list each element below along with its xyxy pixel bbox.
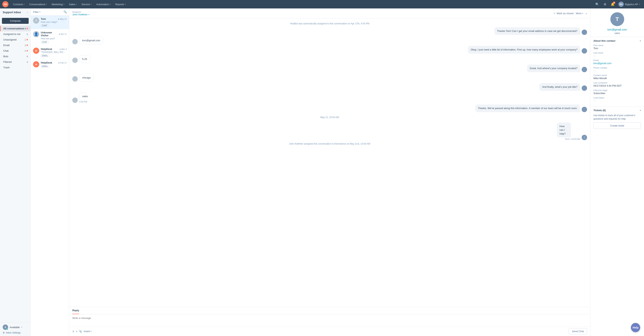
tickets-title: Tickets (0) xyxy=(594,109,606,112)
more-button[interactable]: More ▾ xyxy=(576,12,584,15)
user-status-row[interactable]: A Available ▾ xyxy=(3,325,28,330)
chevron-down-icon: ▾ xyxy=(110,3,110,5)
nav-contacts[interactable]: Contacts ▾ xyxy=(11,0,27,8)
nav-service[interactable]: Service ▾ xyxy=(79,0,94,8)
message-row: How can I help? Sent • 10:04 AM J xyxy=(72,123,587,140)
chevron-down-icon: ▾ xyxy=(46,3,47,5)
nav-sales[interactable]: Sales ▾ xyxy=(67,0,80,8)
field-lead-status: Lead status — xyxy=(594,97,641,102)
conv-item[interactable]: H HelpDesk ● Mar 3 **DANGER, WILL ROBINS… xyxy=(31,46,69,59)
conv-item[interactable]: H HelpDesk ● Feb 17 EMAIL xyxy=(31,59,69,70)
compose-button[interactable]: Compose xyxy=(2,18,29,24)
unread-dot xyxy=(26,39,28,40)
sidebar-item-trash[interactable]: Trash xyxy=(0,65,30,70)
conv-item[interactable]: 👤 Unknown Visitor ● Apr 11 How are you? … xyxy=(31,29,69,46)
insert-button[interactable]: Insert ▾ xyxy=(84,330,92,333)
message-bubble: chicago xyxy=(79,74,94,82)
create-ticket-button[interactable]: Create ticket xyxy=(594,123,641,129)
list-button[interactable]: ≡ xyxy=(76,330,77,333)
gear-icon: ⚙ xyxy=(3,332,5,334)
sidebar-item-email[interactable]: Email 2 xyxy=(0,42,30,48)
user-menu[interactable]: BA Biglytics AP ▾ xyxy=(617,0,642,8)
collapse-section-icon[interactable]: ▾ xyxy=(640,39,641,42)
filter-button[interactable]: Filter ▾ xyxy=(33,10,40,13)
field-phone: Phone number — xyxy=(594,67,641,72)
help-button[interactable]: Help xyxy=(631,323,640,332)
notifications-button[interactable]: 🔔 3 xyxy=(609,1,616,8)
chevron-down-icon: ▾ xyxy=(90,3,92,5)
chevron-down-icon: ▾ xyxy=(76,3,77,5)
chevron-down-icon: ▾ xyxy=(90,331,92,332)
field-lifecycle-stage: Lifecycle stage Subscriber xyxy=(594,89,641,95)
sidebar-item-filtered[interactable]: Filtered 0 xyxy=(0,59,30,65)
topnav-right: 🔍 ⚙ 🔔 3 BA Biglytics AP ▾ xyxy=(594,0,642,8)
mark-closed-button[interactable]: ✓ Mark as closed xyxy=(554,12,574,15)
bold-button[interactable]: 𝐀 xyxy=(72,330,74,333)
all-conversations-badge: 4 xyxy=(24,27,28,30)
sidebar-item-assigned-to-me[interactable]: Assigned to me 0 xyxy=(0,31,30,37)
contact-email[interactable]: tom@gmail.com xyxy=(608,28,627,31)
message-row: sales 4:44 PM xyxy=(72,92,587,103)
sidebar-item-all-conversations[interactable]: All conversations 4 xyxy=(0,26,30,31)
hubspot-logo[interactable]: HS xyxy=(2,1,8,7)
settings-button[interactable]: ⚙ xyxy=(602,1,608,8)
field-last-name: Last name — xyxy=(594,52,641,57)
inbox-settings-link[interactable]: ⚙ Inbox Settings xyxy=(3,332,28,334)
conv-list-header: Filter ▾ 🔍 xyxy=(31,8,69,15)
online-indicator xyxy=(6,328,8,330)
chat-main: Assignee John Kelleher ▾ ✓ Mark as close… xyxy=(69,8,590,336)
message-bubble: Thanks Tom! Can I get your email address… xyxy=(494,27,580,35)
sidebar-bottom: A Available ▾ ⚙ Inbox Settings xyxy=(0,322,30,336)
message-row: chicago xyxy=(72,74,587,82)
conv-search-button[interactable]: 🔍 xyxy=(64,10,67,13)
search-button[interactable]: 🔍 xyxy=(594,1,601,8)
contact-avatar: H xyxy=(33,61,39,67)
collapse-tickets-icon[interactable]: ▾ xyxy=(640,109,641,112)
nav-marketing[interactable]: Marketing ▾ xyxy=(49,0,66,8)
contact-avatar: H xyxy=(33,48,39,54)
tickets-description: Use tickets to track all of your custome… xyxy=(594,114,641,121)
message-row: Great. And where's your company located? xyxy=(72,64,587,72)
chevron-down-icon: ▾ xyxy=(125,3,126,5)
sidebar-item-bots[interactable]: Bots 6 xyxy=(0,54,30,59)
chevron-down-icon: ▾ xyxy=(24,3,24,5)
chat-toolbar: Assignee John Kelleher ▾ ✓ Mark as close… xyxy=(69,8,590,18)
tickets-section: Tickets (0) ▾ Use tickets to track all o… xyxy=(590,107,644,131)
message-bubble: And finally, what's your job title? xyxy=(539,83,580,91)
user-avatar xyxy=(72,98,78,103)
attach-button[interactable]: 📎 xyxy=(79,330,82,333)
assignee-dropdown[interactable]: John Kelleher ▾ xyxy=(72,13,90,16)
collapse-sidebar-icon[interactable]: « xyxy=(27,11,28,13)
nav-reports[interactable]: Reports ▾ xyxy=(113,0,128,8)
message-row: Thanks Tom! Can I get your email address… xyxy=(72,27,587,35)
field-contact-owner: Contact owner Mike Morelli xyxy=(594,74,641,80)
conv-items-list: T Tom ● May 21 How can I help? CHAT 👤 Un… xyxy=(31,15,69,336)
system-message: John Kelleher assigned this conversation… xyxy=(72,143,587,145)
expand-panel-button[interactable]: » xyxy=(586,12,587,15)
bot-avatar xyxy=(582,29,587,35)
bot-avatar xyxy=(582,85,587,91)
system-message: HubBot was automatically assigned to thi… xyxy=(72,22,587,25)
sidebar-item-chat[interactable]: Chat 2 xyxy=(0,48,30,54)
svg-text:HS: HS xyxy=(4,3,7,6)
user-avatar: A xyxy=(3,325,8,330)
sidebar-title: Support Inbox xyxy=(3,11,21,14)
user-avatar xyxy=(72,58,78,63)
send-chat-button[interactable]: Send Chat xyxy=(569,328,587,335)
chevron-down-icon: ▾ xyxy=(88,14,90,15)
left-sidebar: Support Inbox « Compose All conversation… xyxy=(0,8,31,336)
user-avatar xyxy=(72,76,78,82)
reply-tab[interactable]: Reply xyxy=(72,307,79,314)
bot-avatar xyxy=(582,67,587,72)
bot-avatar xyxy=(582,107,587,112)
app-layout: Support Inbox « Compose All conversation… xyxy=(0,8,644,336)
nav-automation[interactable]: Automation ▾ xyxy=(94,0,113,8)
conv-item[interactable]: T Tom ● May 21 How can I help? CHAT xyxy=(31,15,69,29)
chevron-down-icon: ▾ xyxy=(582,12,583,14)
message-bubble: Okay. I just need a little bit of inform… xyxy=(468,46,580,54)
message-input[interactable] xyxy=(69,314,590,326)
chevron-down-icon: ▾ xyxy=(639,3,640,5)
nav-conversations[interactable]: Conversations ▾ xyxy=(27,0,49,8)
sidebar-item-unassigned[interactable]: Unassigned 1 xyxy=(0,37,30,42)
message-bubble: 5-25 xyxy=(79,55,90,63)
